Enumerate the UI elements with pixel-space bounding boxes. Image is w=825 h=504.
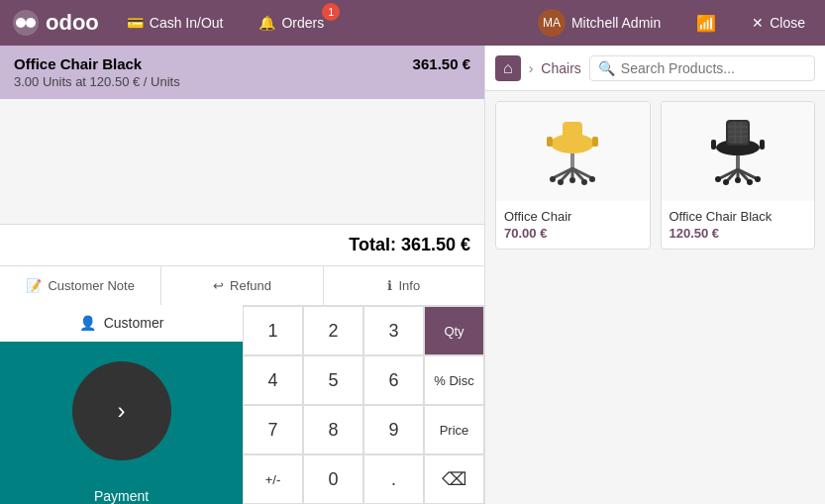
svg-point-14 [558,179,564,185]
svg-point-34 [735,177,741,183]
svg-point-36 [747,179,753,185]
order-area: Office Chair Black 3.00 Units at 120.50 … [0,46,484,224]
product-info-office-chair: Office Chair 70.00 € [496,201,650,249]
svg-rect-20 [728,122,748,144]
svg-point-32 [715,176,721,182]
payment-label: Payment [94,488,149,504]
product-name-office-chair-black: Office Chair Black [670,209,807,224]
info-button[interactable]: ℹ Info [324,266,484,305]
order-item[interactable]: Office Chair Black 3.00 Units at 120.50 … [0,46,484,99]
svg-rect-5 [570,153,574,168]
close-button[interactable]: ✕ Close [744,11,813,35]
avatar: MA [538,9,566,37]
action-row: 📝 Customer Note ↩ Refund ℹ Info [0,265,484,305]
order-total: Total: 361.50 € [0,224,484,265]
refund-icon: ↩ [213,278,224,293]
chevron-right-icon: › [118,397,126,425]
logo: odoo [12,9,99,37]
product-info-office-chair-black: Office Chair Black 120.50 € [662,201,815,249]
wifi-status: 📶 [688,10,724,37]
home-icon: ⌂ [503,59,513,76]
svg-point-15 [581,179,587,185]
user-profile-button[interactable]: MA Mitchell Admin [530,5,669,41]
breadcrumb-chairs[interactable]: Chairs [541,60,580,76]
search-input[interactable] [621,60,806,76]
svg-point-33 [755,176,761,182]
payment-button[interactable]: › [72,361,171,460]
product-image-office-chair-black [662,102,815,201]
odoo-text: odoo [46,10,99,36]
home-button[interactable]: ⌂ [495,55,521,81]
key-6[interactable]: 6 [363,355,424,405]
yellow-chair-image [533,112,612,191]
cash-in-out-button[interactable]: 💳 Cash In/Out [119,11,232,35]
svg-rect-17 [592,137,598,147]
svg-rect-16 [547,137,553,147]
search-icon: 🔍 [598,60,615,76]
svg-rect-38 [760,140,765,150]
info-icon: ℹ [387,278,392,293]
order-item-detail: 3.00 Units at 120.50 € / Units [14,74,180,89]
product-price-office-chair: 70.00 € [504,226,642,241]
main-layout: Office Chair Black 3.00 Units at 120.50 … [0,46,825,504]
refund-button[interactable]: ↩ Refund [161,266,323,305]
right-panel: ⌂ › Chairs 🔍 [485,46,825,504]
payment-section: › Payment [72,342,171,504]
left-panel: Office Chair Black 3.00 Units at 120.50 … [0,46,485,504]
svg-point-1 [16,18,26,28]
order-item-details: Office Chair Black 3.00 Units at 120.50 … [14,55,180,89]
svg-point-2 [26,18,36,28]
search-box: 🔍 [589,55,815,81]
product-office-chair-black[interactable]: Office Chair Black 120.50 € [661,101,816,250]
order-item-name: Office Chair Black [14,55,180,72]
orders-button[interactable]: 🔔 Orders 1 [251,11,332,35]
key-backspace[interactable]: ⌫ [424,454,484,504]
close-icon: ✕ [752,15,764,31]
customer-payment-column: 👤 Customer › Payment [0,305,243,504]
key-1[interactable]: 1 [243,306,303,355]
svg-point-11 [550,176,556,182]
wifi-icon: 📶 [696,14,716,33]
key-3[interactable]: 3 [363,306,424,355]
cash-icon: 💳 [127,15,144,31]
key-plusminus[interactable]: +/- [243,454,303,504]
mode-price[interactable]: Price [424,405,484,454]
numpad-grid: 1 2 3 Qty 4 5 6 % Disc 7 8 9 Price +/- 0… [243,305,484,504]
orders-badge: 1 [322,3,340,21]
topbar: odoo 💳 Cash In/Out 🔔 Orders 1 MA Mitchel… [0,0,825,46]
svg-rect-26 [736,155,740,169]
svg-point-12 [589,176,595,182]
key-5[interactable]: 5 [303,355,363,405]
mode-qty[interactable]: Qty [424,306,484,355]
order-item-price: 361.50 € [413,55,470,72]
breadcrumb-arrow-icon: › [529,60,534,76]
odoo-logo-icon [12,9,40,37]
key-0[interactable]: 0 [303,454,363,504]
customer-button[interactable]: 👤 Customer [0,305,243,342]
svg-point-35 [723,179,729,185]
key-dot[interactable]: . [363,454,424,504]
product-name-office-chair: Office Chair [504,209,642,224]
svg-rect-4 [563,122,582,142]
orders-icon: 🔔 [258,15,275,31]
numpad-area: 👤 Customer › Payment 1 2 3 Qty 4 [0,305,484,504]
mode-disc[interactable]: % Disc [424,355,484,405]
right-topnav: ⌂ › Chairs 🔍 [485,46,825,91]
products-grid: Office Chair 70.00 € [485,91,825,259]
customer-icon: 👤 [79,315,96,331]
key-4[interactable]: 4 [243,355,303,405]
product-price-office-chair-black: 120.50 € [670,226,807,241]
key-9[interactable]: 9 [363,405,424,454]
svg-rect-37 [711,140,716,150]
product-image-office-chair [496,102,650,201]
product-office-chair[interactable]: Office Chair 70.00 € [495,101,651,250]
key-7[interactable]: 7 [243,405,303,454]
key-2[interactable]: 2 [303,306,363,355]
svg-point-13 [569,177,575,183]
customer-note-icon: 📝 [26,278,42,293]
key-8[interactable]: 8 [303,405,363,454]
customer-note-button[interactable]: 📝 Customer Note [0,266,161,305]
black-chair-image [698,112,777,191]
